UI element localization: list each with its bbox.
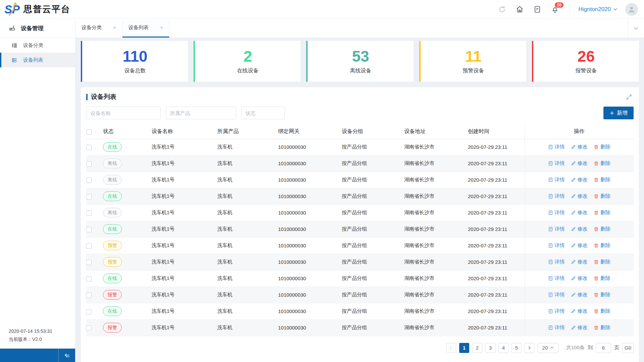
detail-link[interactable]: 详情	[548, 193, 565, 199]
device-name-filter-input[interactable]	[86, 107, 161, 119]
close-icon[interactable]: ×	[113, 25, 116, 31]
table-row[interactable]: 在线 洗车机1号 洗车机 1010000030 按产品分组 湖南省长沙市 202…	[86, 139, 634, 155]
detail-link[interactable]: 详情	[548, 209, 565, 216]
detail-link[interactable]: 详情	[548, 308, 565, 314]
edit-link[interactable]: 修改	[571, 275, 588, 282]
edit-link[interactable]: 修改	[571, 177, 588, 183]
tab-device-category[interactable]: 设备分类 ×	[75, 19, 122, 38]
edit-link[interactable]: 修改	[571, 308, 588, 314]
table-row[interactable]: 在线 洗车机1号 洗车机 1010000030 按产品分组 湖南省长沙市 202…	[86, 221, 634, 237]
edit-link[interactable]: 修改	[571, 324, 588, 331]
sidebar-item-device-list[interactable]: 设备列表	[0, 53, 75, 67]
row-checkbox[interactable]	[86, 260, 92, 265]
notification-bell-icon[interactable]: 10	[551, 5, 559, 13]
delete-link[interactable]: 删除	[594, 209, 610, 216]
table-row[interactable]: 报警 洗车机1号 洗车机 1010000030 按产品分组 湖南省长沙市 202…	[86, 319, 634, 336]
tab-overflow-button[interactable]	[628, 19, 644, 38]
table-row[interactable]: 在线 洗车机1号 洗车机 1010000030 按产品分组 湖南省长沙市 202…	[86, 270, 634, 287]
delete-link[interactable]: 删除	[594, 292, 610, 298]
detail-link[interactable]: 详情	[548, 144, 565, 150]
device-group: 按产品分组	[342, 221, 404, 237]
sidebar-section-device-management[interactable]: 设备管理	[0, 19, 75, 38]
delete-link[interactable]: 删除	[594, 193, 610, 199]
delete-link[interactable]: 删除	[594, 226, 610, 232]
stat-label: 报警设备	[575, 67, 597, 74]
table-row[interactable]: 离线 洗车机1号 洗车机 1010000030 按产品分组 湖南省长沙市 202…	[86, 204, 634, 221]
delete-link[interactable]: 删除	[594, 275, 610, 282]
row-checkbox[interactable]	[86, 227, 92, 232]
table-row[interactable]: 预警 洗车机1号 洗车机 1010000030 按产品分组 湖南省长沙市 202…	[86, 254, 634, 270]
row-checkbox[interactable]	[86, 243, 92, 249]
detail-link[interactable]: 详情	[548, 259, 565, 265]
edit-icon	[571, 227, 576, 232]
delete-link[interactable]: 删除	[594, 242, 610, 249]
table-row[interactable]: 预警 洗车机1号 洗车机 1010000030 按产品分组 湖南省长沙市 202…	[86, 237, 634, 254]
row-checkbox[interactable]	[86, 210, 92, 216]
avatar[interactable]	[625, 3, 638, 16]
edit-link[interactable]: 修改	[571, 144, 588, 150]
sidebar-item-device-category[interactable]: 设备分类	[0, 38, 75, 53]
product-filter-input[interactable]	[166, 107, 236, 119]
delete-link[interactable]: 删除	[594, 160, 610, 167]
row-checkbox[interactable]	[86, 194, 92, 199]
user-menu[interactable]: Hignton2020	[579, 6, 618, 13]
device-address: 湖南省长沙市	[404, 270, 468, 287]
detail-link[interactable]: 详情	[548, 324, 565, 331]
row-checkbox[interactable]	[86, 325, 92, 331]
page-button-2[interactable]: 2	[472, 343, 482, 353]
detail-link[interactable]: 详情	[548, 160, 565, 167]
home-icon[interactable]	[516, 5, 524, 13]
collapse-sidebar-button[interactable]	[58, 349, 75, 362]
detail-link[interactable]: 详情	[548, 226, 565, 232]
delete-link[interactable]: 删除	[594, 259, 610, 265]
edit-link[interactable]: 修改	[571, 292, 588, 298]
page-button-4[interactable]: 4	[498, 343, 508, 353]
delete-link[interactable]: 删除	[594, 324, 610, 331]
row-checkbox[interactable]	[86, 293, 92, 298]
edit-link[interactable]: 修改	[571, 209, 588, 216]
edit-link[interactable]: 修改	[571, 193, 588, 199]
page-button-5[interactable]: 5	[512, 343, 522, 353]
select-all-checkbox[interactable]	[86, 129, 92, 135]
edit-link[interactable]: 修改	[571, 160, 588, 167]
page-button-3[interactable]: 3	[485, 343, 495, 353]
detail-link[interactable]: 详情	[548, 275, 565, 282]
refresh-icon[interactable]	[498, 6, 506, 13]
person-icon	[628, 5, 636, 13]
row-checkbox[interactable]	[86, 161, 92, 167]
prev-page-button[interactable]	[446, 343, 456, 353]
expand-icon[interactable]	[626, 94, 634, 100]
device-address: 湖南省长沙市	[404, 221, 468, 237]
next-page-button[interactable]	[525, 343, 535, 353]
sidebar: 设备管理 设备分类 设备列表 2020-07-14 15:53:31 当前版本：…	[0, 19, 75, 362]
document-icon[interactable]	[534, 6, 541, 13]
page-button-1[interactable]: 1	[459, 343, 469, 353]
page-jump-input[interactable]	[596, 343, 611, 353]
tab-device-list[interactable]: 设备列表 ×	[122, 19, 169, 38]
row-checkbox[interactable]	[86, 309, 92, 314]
device-name: 洗车机1号	[152, 237, 217, 254]
edit-link[interactable]: 修改	[571, 242, 588, 249]
go-button[interactable]: G0	[622, 343, 634, 353]
row-checkbox[interactable]	[86, 178, 92, 183]
edit-link[interactable]: 修改	[571, 226, 588, 232]
close-icon[interactable]: ×	[160, 25, 163, 31]
detail-link[interactable]: 详情	[548, 292, 565, 298]
table-row[interactable]: 在线 洗车机1号 洗车机 1010000030 按产品分组 湖南省长沙市 202…	[86, 303, 634, 319]
delete-link[interactable]: 删除	[594, 177, 610, 183]
status-filter-input[interactable]	[241, 107, 285, 119]
row-checkbox[interactable]	[86, 276, 92, 282]
page-size-select[interactable]: 20	[538, 343, 558, 353]
edit-link[interactable]: 修改	[571, 259, 588, 265]
detail-link[interactable]: 详情	[548, 242, 565, 249]
row-checkbox[interactable]	[86, 145, 92, 150]
detail-link[interactable]: 详情	[548, 177, 565, 183]
table-row[interactable]: 离线 洗车机1号 洗车机 1010000030 按产品分组 湖南省长沙市 202…	[86, 155, 634, 172]
product-name: 洗车机	[217, 172, 278, 188]
table-row[interactable]: 离线 洗车机1号 洗车机 1010000030 按产品分组 湖南省长沙市 202…	[86, 172, 634, 188]
table-row[interactable]: 报警 洗车机1号 洗车机 1010000030 按产品分组 湖南省长沙市 202…	[86, 287, 634, 303]
add-device-button[interactable]: 新增	[603, 107, 634, 119]
table-row[interactable]: 在线 洗车机1号 洗车机 1010000030 按产品分组 湖南省长沙市 202…	[86, 188, 634, 204]
delete-link[interactable]: 删除	[594, 144, 610, 150]
delete-link[interactable]: 删除	[594, 308, 610, 314]
